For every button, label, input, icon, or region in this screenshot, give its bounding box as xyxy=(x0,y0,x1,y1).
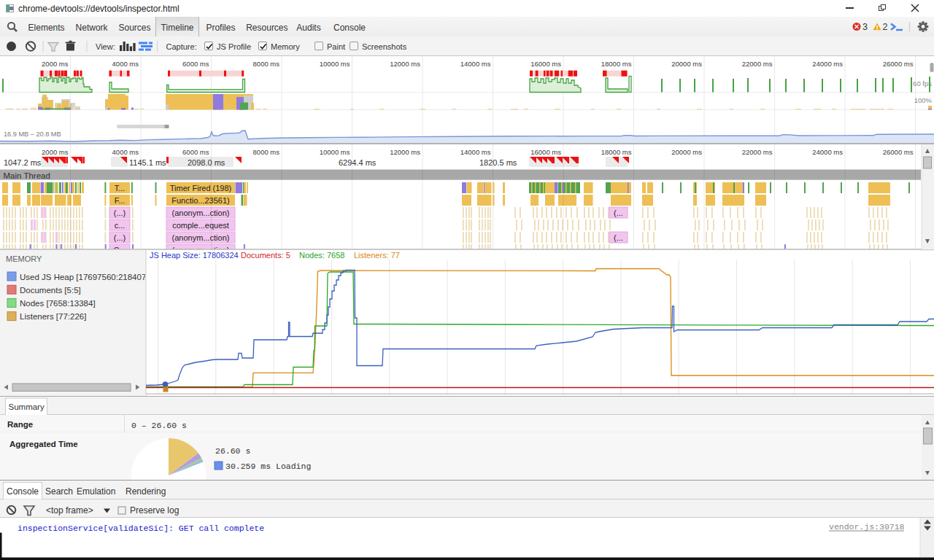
svg-text:Timer Fired (198): Timer Fired (198) xyxy=(170,184,232,192)
svg-text:18000 ms: 18000 ms xyxy=(601,148,632,156)
svg-text:1820.5 ms: 1820.5 ms xyxy=(479,158,517,167)
svg-text:F...: F... xyxy=(115,196,126,205)
svg-text:12000 ms: 12000 ms xyxy=(390,148,420,156)
svg-text:2000 ms: 2000 ms xyxy=(42,148,69,156)
svg-text:20000 ms: 20000 ms xyxy=(671,148,702,156)
svg-text:14000 ms: 14000 ms xyxy=(460,148,491,156)
svg-text:Documents [5:5]: Documents [5:5] xyxy=(20,286,81,295)
svg-text:Listeners [77:226]: Listeners [77:226] xyxy=(20,312,86,321)
svg-text:4000 ms: 4000 ms xyxy=(112,148,139,156)
svg-text:Nodes: 7658: Nodes: 7658 xyxy=(299,251,344,260)
svg-text:22000 ms: 22000 ms xyxy=(742,60,773,68)
svg-text:100%: 100% xyxy=(914,96,933,104)
svg-text:Console: Console xyxy=(7,486,39,497)
svg-text:(anonym...ction): (anonym...ction) xyxy=(172,233,230,242)
svg-text:6294.4 ms: 6294.4 ms xyxy=(339,158,377,167)
svg-text:24000 ms: 24000 ms xyxy=(812,148,843,156)
svg-text:Listeners: 77: Listeners: 77 xyxy=(354,251,400,260)
svg-text:26.60 s: 26.60 s xyxy=(215,446,250,456)
svg-text:1145.1 ms: 1145.1 ms xyxy=(129,158,166,167)
svg-text:(anonym...ction): (anonym...ction) xyxy=(172,209,230,217)
svg-text:6000 ms: 6000 ms xyxy=(182,60,209,68)
svg-text:View:: View: xyxy=(96,42,115,51)
svg-text:Aggregated Time: Aggregated Time xyxy=(9,440,78,448)
svg-text:8000 ms: 8000 ms xyxy=(253,148,280,156)
svg-text:(...: (... xyxy=(614,209,623,217)
svg-text:c...: c... xyxy=(115,221,126,230)
svg-text:Capture:: Capture: xyxy=(166,42,197,51)
svg-text:comple...equest: comple...equest xyxy=(172,221,229,230)
svg-text:inspectionService[validateSic]: inspectionService[validateSic]: GET call… xyxy=(18,524,264,533)
svg-text:<top frame>: <top frame> xyxy=(46,505,93,516)
svg-text:12000 ms: 12000 ms xyxy=(390,60,420,68)
svg-text:10000 ms: 10000 ms xyxy=(320,60,350,68)
svg-text:22000 ms: 22000 ms xyxy=(742,148,773,156)
svg-text:2000 ms: 2000 ms xyxy=(42,60,69,68)
svg-text:10000 ms: 10000 ms xyxy=(320,148,350,156)
svg-text:Emulation: Emulation xyxy=(77,486,115,497)
svg-text:0 – 26.60 s: 0 – 26.60 s xyxy=(131,421,187,430)
svg-text:16000 ms: 16000 ms xyxy=(530,60,561,68)
svg-text:20000 ms: 20000 ms xyxy=(671,60,702,68)
svg-text:1047.2 ms: 1047.2 ms xyxy=(4,158,42,167)
svg-text:2: 2 xyxy=(883,22,888,32)
svg-text:4000 ms: 4000 ms xyxy=(112,60,139,68)
svg-text:60 fps: 60 fps xyxy=(913,79,932,88)
svg-text:Main Thread: Main Thread xyxy=(4,171,50,180)
svg-text:26000 ms: 26000 ms xyxy=(883,148,914,156)
svg-text:16000 ms: 16000 ms xyxy=(530,148,561,156)
svg-text:Search: Search xyxy=(45,486,73,497)
svg-text:MEMORY: MEMORY xyxy=(6,254,42,263)
svg-text:24000 ms: 24000 ms xyxy=(812,60,843,68)
svg-text:16.9 MB – 20.8 MB: 16.9 MB – 20.8 MB xyxy=(4,131,61,138)
svg-text:Functio...23561): Functio...23561) xyxy=(171,196,230,205)
svg-text:Summary: Summary xyxy=(9,402,45,411)
svg-text:30.259 ms Loading: 30.259 ms Loading xyxy=(225,462,311,471)
svg-text:Preserve log: Preserve log xyxy=(130,505,179,516)
svg-text:vendor.js:30718: vendor.js:30718 xyxy=(829,522,905,532)
svg-text:Rendering: Rendering xyxy=(126,486,166,497)
svg-text:Documents: 5: Documents: 5 xyxy=(241,251,290,260)
svg-text:Nodes [7658:13384]: Nodes [7658:13384] xyxy=(20,299,96,308)
svg-text:JS Heap Size: 17806324: JS Heap Size: 17806324 xyxy=(150,251,239,260)
svg-text:14000 ms: 14000 ms xyxy=(460,60,491,68)
svg-text:T...: T... xyxy=(115,184,126,192)
svg-text:3: 3 xyxy=(862,22,868,32)
svg-text:8000 ms: 8000 ms xyxy=(253,60,280,68)
svg-text:(...): (...) xyxy=(114,233,126,242)
svg-text:2098.0 ms: 2098.0 ms xyxy=(188,158,225,167)
svg-text:(...: (... xyxy=(614,233,623,242)
svg-text:Used JS Heap [17697560:2184070: Used JS Heap [17697560:21840704 xyxy=(20,273,156,281)
svg-text:Range: Range xyxy=(7,420,33,429)
svg-text:(...): (...) xyxy=(114,209,126,217)
svg-text:26000 ms: 26000 ms xyxy=(883,60,914,68)
svg-text:18000 ms: 18000 ms xyxy=(601,60,632,68)
svg-text:6000 ms: 6000 ms xyxy=(182,148,209,156)
